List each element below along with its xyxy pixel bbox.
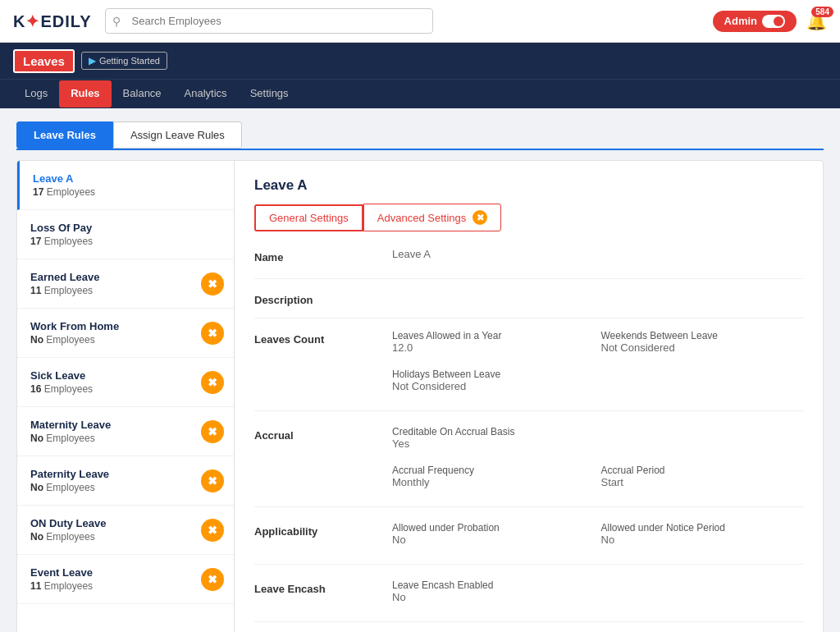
leave-encash-content: Leave Encash Enabled No bbox=[392, 579, 803, 610]
getting-started-button[interactable]: ▶ Getting Started bbox=[81, 52, 167, 70]
leaves-allowed-value: 12.0 bbox=[392, 341, 595, 354]
leave-item-event-leave[interactable]: Event Leave 11 Employees ✖ bbox=[17, 555, 234, 604]
leave-employees-event-leave: 11 Employees bbox=[30, 580, 201, 592]
admin-toggle[interactable] bbox=[762, 15, 785, 28]
leave-employees-paternity-leave: No Employees bbox=[30, 482, 201, 493]
leave-name-sick-leave: Sick Leave bbox=[30, 369, 201, 382]
subnav-settings[interactable]: Settings bbox=[239, 80, 300, 108]
creditable-value: Yes bbox=[392, 437, 803, 450]
leave-name-work-from-home: Work From Home bbox=[30, 320, 201, 332]
accrual-period-value: Start bbox=[601, 476, 804, 488]
subnav-rules[interactable]: Rules bbox=[59, 80, 111, 108]
leave-info-sick-leave: Sick Leave 16 Employees bbox=[30, 369, 201, 395]
accrual-period-group: Accrual Period Start bbox=[601, 465, 804, 495]
page-content: Leave Rules Assign Leave Rules Leave A 1… bbox=[0, 108, 840, 632]
leave-list-sidebar: Leave A 17 Employees Loss Of Pay 17 Empl… bbox=[17, 161, 235, 632]
leave-item-work-from-home[interactable]: Work From Home No Employees ✖ bbox=[17, 309, 234, 358]
applicability-label: Applicability bbox=[254, 522, 386, 538]
leave-item-loss-of-pay[interactable]: Loss Of Pay 17 Employees bbox=[17, 210, 234, 259]
applicability-content: Allowed under Probation No Allowed under… bbox=[392, 522, 803, 552]
accrual-frequency-value: Monthly bbox=[392, 476, 595, 488]
leave-info-earned-leave: Earned Leave 11 Employees bbox=[30, 271, 201, 296]
leaves-count-label: Leaves Count bbox=[254, 330, 386, 346]
subnav-balance[interactable]: Balance bbox=[112, 80, 173, 108]
weekends-between-group: Weekends Between Leave Not Considered bbox=[601, 330, 804, 360]
creditable-label: Creditable On Accrual Basis bbox=[392, 426, 803, 437]
leave-icon-sick-leave: ✖ bbox=[201, 371, 224, 394]
leave-name-earned-leave: Earned Leave bbox=[30, 271, 201, 283]
leave-item-maternity-leave[interactable]: Maternity Leave No Employees ✖ bbox=[17, 407, 234, 456]
description-label: Description bbox=[254, 291, 386, 306]
holidays-between-label: Holidays Between Leave bbox=[392, 369, 803, 380]
leaves-label: Leaves bbox=[13, 49, 75, 73]
detail-tabs: General Settings Advanced Settings ✖ bbox=[254, 204, 803, 231]
leave-icon-earned-leave: ✖ bbox=[201, 272, 224, 295]
top-right-actions: Admin 🔔 584 bbox=[713, 11, 827, 32]
allowed-probation-value: No bbox=[392, 534, 595, 546]
accrual-section: Accrual Creditable On Accrual Basis Yes … bbox=[254, 426, 803, 507]
leave-icon-event-leave: ✖ bbox=[201, 568, 224, 591]
subnav-logs[interactable]: Logs bbox=[13, 80, 59, 108]
accrual-period-label: Accrual Period bbox=[601, 465, 804, 476]
applicability-section: Applicability Allowed under Probation No… bbox=[254, 522, 803, 565]
admin-label: Admin bbox=[724, 15, 757, 27]
detail-tab-advanced[interactable]: Advanced Settings ✖ bbox=[363, 204, 501, 231]
weekends-between-label: Weekends Between Leave bbox=[601, 330, 804, 341]
leave-name-leave-a: Leave A bbox=[33, 172, 224, 185]
leaves-allowed-label: Leaves Allowed in a Year bbox=[392, 330, 595, 341]
play-icon: ▶ bbox=[89, 55, 96, 66]
leaves-allowed-group: Leaves Allowed in a Year 12.0 bbox=[392, 330, 595, 360]
leave-name-loss-of-pay: Loss Of Pay bbox=[30, 222, 224, 234]
leave-icon-paternity-leave: ✖ bbox=[201, 469, 224, 492]
leave-info-work-from-home: Work From Home No Employees bbox=[30, 320, 201, 346]
detail-panel: Leave A General Settings Advanced Settin… bbox=[235, 161, 823, 632]
leave-icon-on-duty-leave: ✖ bbox=[201, 519, 224, 542]
holidays-between-group: Holidays Between Leave Not Considered bbox=[392, 369, 803, 399]
detail-title: Leave A bbox=[254, 177, 803, 194]
leave-name-on-duty-leave: ON Duty Leave bbox=[30, 517, 201, 529]
tab-leave-rules[interactable]: Leave Rules bbox=[16, 121, 113, 149]
leave-item-paternity-leave[interactable]: Paternity Leave No Employees ✖ bbox=[17, 456, 234, 506]
leave-item-leave-a[interactable]: Leave A 17 Employees bbox=[17, 161, 234, 210]
tab-assign-leave-rules[interactable]: Assign Leave Rules bbox=[113, 121, 242, 149]
admin-button[interactable]: Admin bbox=[713, 11, 797, 32]
search-input[interactable] bbox=[105, 8, 433, 34]
detail-tab-general[interactable]: General Settings bbox=[254, 204, 363, 231]
leave-employees-sick-leave: 16 Employees bbox=[30, 383, 201, 395]
allowed-notice-value: No bbox=[601, 534, 804, 546]
accrual-frequency-group: Accrual Frequency Monthly bbox=[392, 465, 595, 495]
leave-encash-section: Leave Encash Leave Encash Enabled No bbox=[254, 579, 803, 622]
leave-item-earned-leave[interactable]: Earned Leave 11 Employees ✖ bbox=[17, 259, 234, 309]
logo: K✦EDILY bbox=[13, 11, 92, 31]
leaves-count-content: Leaves Allowed in a Year 12.0 Weekends B… bbox=[392, 330, 803, 399]
allowed-notice-label: Allowed under Notice Period bbox=[601, 522, 804, 534]
subnav-analytics[interactable]: Analytics bbox=[173, 80, 239, 108]
encash-enabled-value: No bbox=[392, 591, 803, 603]
getting-started-label: Getting Started bbox=[99, 56, 160, 66]
leave-employees-maternity-leave: No Employees bbox=[30, 433, 201, 444]
leave-info-leave-a: Leave A 17 Employees bbox=[33, 172, 224, 198]
leave-icon-work-from-home: ✖ bbox=[201, 322, 224, 345]
leave-info-event-leave: Event Leave 11 Employees bbox=[30, 566, 201, 592]
leave-item-sick-leave[interactable]: Sick Leave 16 Employees ✖ bbox=[17, 358, 234, 407]
leave-item-on-duty-leave[interactable]: ON Duty Leave No Employees ✖ bbox=[17, 506, 234, 555]
description-value bbox=[392, 291, 803, 306]
leaves-count-row: Leaves Allowed in a Year 12.0 Weekends B… bbox=[392, 330, 803, 360]
leave-info-paternity-leave: Paternity Leave No Employees bbox=[30, 468, 201, 493]
advanced-icon: ✖ bbox=[472, 210, 487, 225]
name-label: Name bbox=[254, 248, 386, 267]
leave-icon-maternity-leave: ✖ bbox=[201, 420, 224, 443]
accrual-row: Accrual Frequency Monthly Accrual Period… bbox=[392, 465, 803, 495]
leave-name-paternity-leave: Paternity Leave bbox=[30, 468, 201, 480]
sub-nav: Logs Rules Balance Analytics Settings bbox=[0, 79, 840, 108]
leave-employees-loss-of-pay: 17 Employees bbox=[30, 236, 224, 247]
encash-enabled-group: Leave Encash Enabled No bbox=[392, 579, 803, 610]
leave-info-loss-of-pay: Loss Of Pay 17 Employees bbox=[30, 222, 224, 247]
leave-employees-earned-leave: 11 Employees bbox=[30, 285, 201, 296]
notification-bell[interactable]: 🔔 584 bbox=[806, 11, 827, 31]
accrual-content: Creditable On Accrual Basis Yes Accrual … bbox=[392, 426, 803, 495]
tab-underline bbox=[16, 149, 824, 150]
header-bar: Leaves ▶ Getting Started bbox=[0, 43, 840, 79]
top-navbar: K✦EDILY ⚲ Admin 🔔 584 bbox=[0, 0, 840, 43]
allowed-probation-group: Allowed under Probation No bbox=[392, 522, 595, 552]
